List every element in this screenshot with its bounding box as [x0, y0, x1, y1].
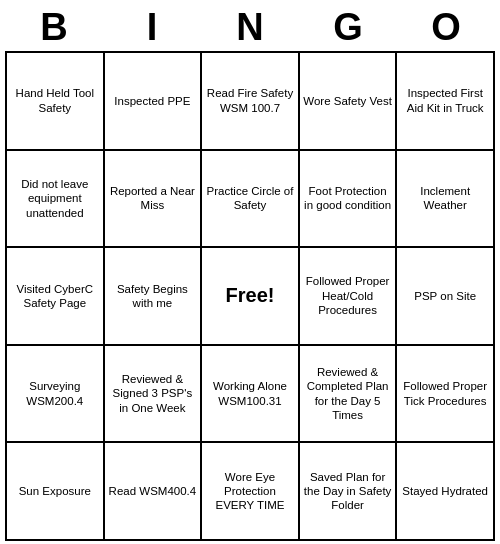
bingo-cell-r3c0[interactable]: Surveying WSM200.4: [7, 346, 105, 444]
bingo-cell-r1c1[interactable]: Reported a Near Miss: [105, 151, 203, 249]
bingo-container: B I N G O Hand Held Tool SafetyInspected…: [5, 6, 495, 541]
header-n: N: [206, 6, 294, 49]
bingo-cell-r0c3[interactable]: Wore Safety Vest: [300, 53, 398, 151]
bingo-cell-r4c3[interactable]: Saved Plan for the Day in Safety Folder: [300, 443, 398, 541]
bingo-cell-r3c2[interactable]: Working Alone WSM100.31: [202, 346, 300, 444]
bingo-cell-r3c1[interactable]: Reviewed & Signed 3 PSP's in One Week: [105, 346, 203, 444]
header-o: O: [402, 6, 490, 49]
bingo-cell-r4c2[interactable]: Wore Eye Protection EVERY TIME: [202, 443, 300, 541]
bingo-cell-r2c4[interactable]: PSP on Site: [397, 248, 495, 346]
bingo-cell-r1c4[interactable]: Inclement Weather: [397, 151, 495, 249]
bingo-cell-r0c0[interactable]: Hand Held Tool Safety: [7, 53, 105, 151]
bingo-cell-r2c2[interactable]: Free!: [202, 248, 300, 346]
bingo-cell-r2c0[interactable]: Visited CyberC Safety Page: [7, 248, 105, 346]
bingo-cell-r4c1[interactable]: Read WSM400.4: [105, 443, 203, 541]
header-g: G: [304, 6, 392, 49]
bingo-cell-r4c0[interactable]: Sun Exposure: [7, 443, 105, 541]
bingo-cell-r2c3[interactable]: Followed Proper Heat/Cold Procedures: [300, 248, 398, 346]
bingo-cell-r3c3[interactable]: Reviewed & Completed Plan for the Day 5 …: [300, 346, 398, 444]
bingo-cell-r0c1[interactable]: Inspected PPE: [105, 53, 203, 151]
bingo-cell-r0c2[interactable]: Read Fire Safety WSM 100.7: [202, 53, 300, 151]
bingo-cell-r3c4[interactable]: Followed Proper Tick Procedures: [397, 346, 495, 444]
bingo-grid: Hand Held Tool SafetyInspected PPERead F…: [5, 51, 495, 541]
header-i: I: [108, 6, 196, 49]
bingo-cell-r4c4[interactable]: Stayed Hydrated: [397, 443, 495, 541]
bingo-header: B I N G O: [5, 6, 495, 49]
bingo-cell-r1c0[interactable]: Did not leave equipment unattended: [7, 151, 105, 249]
bingo-cell-r1c3[interactable]: Foot Protection in good condition: [300, 151, 398, 249]
header-b: B: [10, 6, 98, 49]
bingo-cell-r0c4[interactable]: Inspected First Aid Kit in Truck: [397, 53, 495, 151]
bingo-cell-r1c2[interactable]: Practice Circle of Safety: [202, 151, 300, 249]
bingo-cell-r2c1[interactable]: Safety Begins with me: [105, 248, 203, 346]
